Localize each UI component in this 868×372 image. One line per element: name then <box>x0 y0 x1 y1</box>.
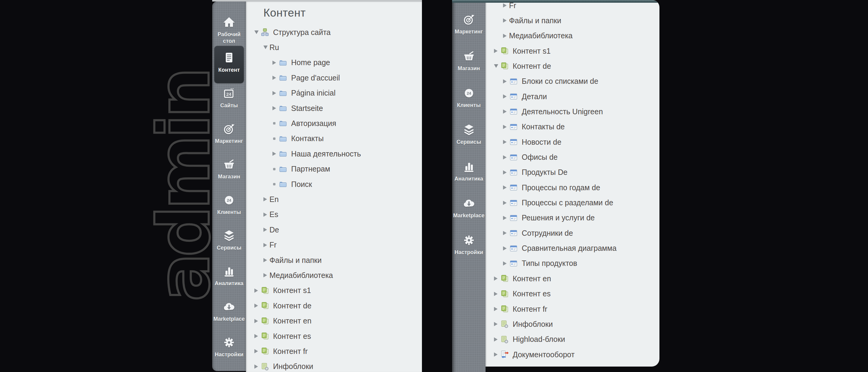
tree-item-label[interactable]: Контент de <box>273 302 311 310</box>
tree-item-label[interactable]: Es <box>270 210 278 219</box>
tree-row[interactable]: Документооборот <box>486 347 659 362</box>
tree-row[interactable]: Инфоблоки <box>246 359 422 372</box>
expand-arrow-right-icon[interactable] <box>503 94 509 99</box>
tree-item-label[interactable]: Медиабиблиотека <box>509 31 572 40</box>
tree-row[interactable]: Контакты de <box>486 119 659 134</box>
tree-item-label[interactable]: Контент de <box>513 62 551 70</box>
tree-item-label[interactable]: Структура сайта <box>273 28 331 37</box>
tree-row[interactable]: Контент en <box>486 271 659 286</box>
tree-item-label[interactable]: Новости de <box>522 138 561 147</box>
sidebar-item-clients-24[interactable]: 24Клиенты <box>452 86 486 117</box>
tree-row[interactable]: Página inicial <box>246 86 422 101</box>
tree-item-label[interactable]: Партнерам <box>291 164 330 173</box>
expand-arrow-right-icon[interactable] <box>254 334 260 338</box>
expand-arrow-right-icon[interactable] <box>264 227 270 232</box>
tree-item-label[interactable]: De <box>270 225 279 234</box>
tree-row[interactable]: Сравнительная диаграмма <box>486 241 659 256</box>
sidebar-item-marketing-target[interactable]: Маркетинг <box>212 122 246 153</box>
expand-arrow-right-icon[interactable] <box>494 307 500 311</box>
tree-item-label[interactable]: Блоки со списками de <box>522 77 598 86</box>
tree-row[interactable]: Startseite <box>246 101 422 116</box>
expand-arrow-right-icon[interactable] <box>503 155 509 159</box>
sidebar-item-settings-gear[interactable]: Настройки <box>452 233 486 265</box>
expand-arrow-right-icon[interactable] <box>494 337 500 342</box>
tree-item-label[interactable]: Контент fr <box>513 305 547 313</box>
expand-arrow-right-icon[interactable] <box>254 349 260 353</box>
tree-row[interactable]: Контент fr <box>486 302 659 316</box>
tree-item-label[interactable]: Инфоблоки <box>513 320 553 329</box>
tree-item-label[interactable]: Сравнительная диаграмма <box>522 244 617 253</box>
tree-item-label[interactable]: Медиабиблиотека <box>270 271 333 280</box>
tree-item-label[interactable]: En <box>270 195 279 204</box>
tree-row[interactable]: Контент de <box>246 298 422 313</box>
sidebar-item-home[interactable]: Рабочий стол <box>212 15 246 46</box>
tree-row[interactable]: Продукты De <box>486 165 659 180</box>
tree-item-label[interactable]: Наша деятельность <box>291 150 361 158</box>
expand-arrow-right-icon[interactable] <box>254 365 260 369</box>
tree-item-label[interactable]: Home page <box>291 58 330 67</box>
tree-item-label[interactable]: Детали <box>522 92 547 101</box>
expand-arrow-right-icon[interactable] <box>264 243 270 247</box>
sidebar-item-analytics-bars[interactable]: Аналитика <box>452 159 486 191</box>
expand-arrow-right-icon[interactable] <box>273 152 278 156</box>
sidebar-item-store-basket[interactable]: Магазин <box>212 157 246 189</box>
tree-item-label[interactable]: Процессы по годам de <box>522 183 600 192</box>
expand-arrow-right-icon[interactable] <box>494 49 500 53</box>
sidebar-item-clients-24[interactable]: 24Клиенты <box>212 193 246 224</box>
sidebar-item-services-layers[interactable]: Сервисы <box>212 228 246 260</box>
tree-item-label[interactable]: Ru <box>270 43 279 52</box>
tree-item-label[interactable]: Решения и услуги de <box>522 213 595 222</box>
expand-arrow-right-icon[interactable] <box>273 76 278 80</box>
tree-row[interactable]: Партнерам <box>246 162 422 177</box>
tree-item-label[interactable]: Fr <box>270 241 277 249</box>
tree-item-label[interactable]: Авторизация <box>291 119 336 128</box>
expand-arrow-right-icon[interactable] <box>503 140 509 144</box>
tree-item-label[interactable]: Контент fr <box>273 347 308 356</box>
expand-arrow-right-icon[interactable] <box>264 258 270 262</box>
sidebar-item-analytics-bars[interactable]: Аналитика <box>212 264 246 296</box>
expand-arrow-right-icon[interactable] <box>503 201 509 205</box>
tree-row[interactable]: Офисы de <box>486 150 659 165</box>
expand-arrow-right-icon[interactable] <box>503 185 509 190</box>
tree-item-label[interactable]: Деятельность Unigreen <box>522 107 603 116</box>
tree-row[interactable]: Файлы и папки <box>486 13 659 28</box>
sidebar-item-settings-gear[interactable]: Настройки <box>212 335 246 367</box>
tree-item-label[interactable]: Startseite <box>291 104 323 113</box>
expand-arrow-right-icon[interactable] <box>503 3 509 7</box>
expand-arrow-right-icon[interactable] <box>503 125 509 129</box>
tree-item-label[interactable]: Продукты De <box>522 168 567 177</box>
expand-arrow-down-icon[interactable] <box>254 30 260 34</box>
sidebar-item-marketplace-cloud[interactable]: Marketplace <box>452 196 486 227</box>
tree-row[interactable]: Медиабиблиотека <box>246 268 422 283</box>
tree-item-label[interactable]: Highload-блоки <box>513 335 565 344</box>
tree-row[interactable]: Контент es <box>486 286 659 302</box>
tree-row[interactable]: Контент s1 <box>486 43 659 59</box>
tree-row[interactable]: Сотрудники de <box>486 225 659 241</box>
tree-row[interactable]: Процессы с разделами de <box>486 195 659 210</box>
tree-item-label[interactable]: Сотрудники de <box>522 229 573 238</box>
expand-arrow-right-icon[interactable] <box>503 261 509 266</box>
tree-row[interactable]: Контент de <box>486 59 659 73</box>
tree-item-label[interactable]: Контент en <box>273 316 311 325</box>
expand-arrow-right-icon[interactable] <box>503 231 509 235</box>
expand-arrow-right-icon[interactable] <box>503 19 509 23</box>
tree-item-label[interactable]: Page d'accueil <box>291 73 340 82</box>
tree-item-label[interactable]: Документооборот <box>513 350 575 359</box>
expand-arrow-right-icon[interactable] <box>503 216 509 220</box>
sidebar-item-content-doc[interactable]: Контент <box>212 51 246 82</box>
tree-item-label[interactable]: Página inicial <box>291 89 336 97</box>
tree-row[interactable]: Наша деятельность <box>246 146 422 161</box>
tree-row[interactable]: Поиск <box>246 177 422 192</box>
expand-arrow-right-icon[interactable] <box>503 34 509 38</box>
expand-arrow-right-icon[interactable] <box>264 197 270 202</box>
tree-row[interactable]: Деятельность Unigreen <box>486 104 659 119</box>
expand-arrow-right-icon[interactable] <box>254 319 260 323</box>
tree-item-label[interactable]: Файлы и папки <box>509 16 561 25</box>
sidebar-item-marketing-target[interactable]: Маркетинг <box>452 12 486 44</box>
tree-item-label[interactable]: Контакты de <box>522 122 565 131</box>
tree-item-label[interactable]: Контакты <box>291 134 324 143</box>
tree-row[interactable]: Детали <box>486 89 659 104</box>
tree-row[interactable]: Инфоблоки <box>486 316 659 332</box>
expand-arrow-right-icon[interactable] <box>494 322 500 326</box>
expand-arrow-right-icon[interactable] <box>254 288 260 293</box>
